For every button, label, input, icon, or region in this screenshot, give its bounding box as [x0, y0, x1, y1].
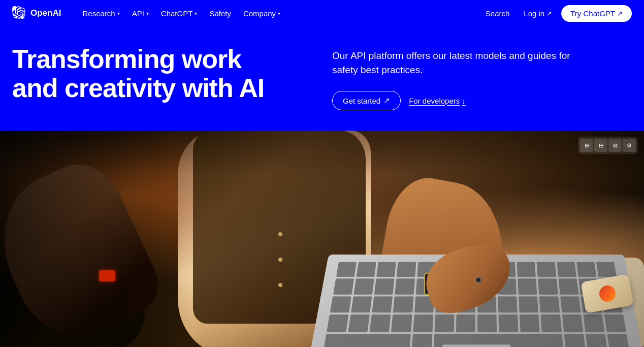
navbar: OpenAI Research ▾ API ▾ ChatGPT ▾ Safety… — [0, 0, 644, 26]
image-toolbar: ⊞ ⊟ ⊠ ⚙ — [578, 137, 638, 154]
openai-logo-icon — [12, 6, 26, 20]
nav-api[interactable]: API ▾ — [127, 6, 154, 21]
try-chatgpt-button[interactable]: Try ChatGPT ↗ — [561, 5, 632, 22]
layout-view-button[interactable]: ⊟ — [594, 139, 607, 152]
search-button[interactable]: Search — [480, 6, 515, 21]
nav-right-actions: Search Log in ↗ Try ChatGPT ↗ — [480, 5, 632, 22]
ring — [475, 277, 481, 283]
grid-view-button[interactable]: ⊞ — [580, 139, 593, 152]
chevron-down-icon: ▾ — [146, 11, 149, 16]
red-watch — [99, 270, 115, 281]
hero-cta-buttons: Get started ↗ For developers ↓ — [332, 91, 632, 110]
nav-links: Research ▾ API ▾ ChatGPT ▾ Safety Compan… — [77, 6, 480, 21]
get-started-button[interactable]: Get started ↗ — [332, 91, 401, 110]
chevron-down-icon: ▾ — [195, 11, 197, 16]
hero-image — [0, 131, 644, 347]
chevron-down-icon: ▾ — [117, 11, 120, 16]
for-developers-button[interactable]: For developers ↓ — [409, 97, 466, 105]
chevron-down-icon: ▾ — [278, 11, 280, 16]
settings-button[interactable]: ⚙ — [623, 139, 636, 152]
hero-section: Transforming work and creativity with AI… — [0, 26, 644, 131]
hero-description: Our API platform offers our latest model… — [332, 49, 586, 77]
hero-image-area: ⊞ ⊟ ⊠ ⚙ — [0, 131, 644, 347]
nav-safety[interactable]: Safety — [204, 6, 236, 21]
nav-company[interactable]: Company ▾ — [238, 6, 285, 21]
nav-chatgpt[interactable]: ChatGPT ▾ — [156, 6, 203, 21]
login-button[interactable]: Log in ↗ — [519, 6, 557, 21]
brand-logo[interactable]: OpenAI — [12, 6, 61, 20]
hero-right-content: Our API platform offers our latest model… — [332, 45, 632, 110]
hero-left-content: Transforming work and creativity with AI — [12, 45, 312, 103]
top-vignette — [0, 131, 644, 174]
image-wrapper: ⊞ ⊟ ⊠ ⚙ — [0, 131, 644, 347]
trackpad — [441, 344, 511, 347]
hero-title: Transforming work and creativity with AI — [12, 45, 276, 103]
nav-research[interactable]: Research ▾ — [77, 6, 124, 21]
brand-name: OpenAI — [30, 8, 61, 18]
phone-icon-circle — [598, 285, 617, 303]
image-view-button[interactable]: ⊠ — [608, 139, 622, 152]
